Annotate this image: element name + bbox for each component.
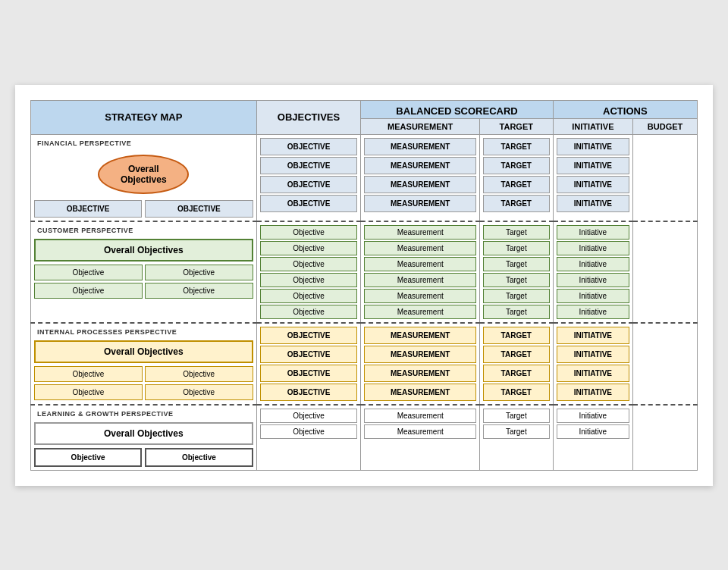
internal-obj-4: Objective — [145, 384, 253, 400]
internal-init-1: INITIATIVE — [557, 327, 629, 344]
learning-targ-2: Target — [483, 424, 550, 439]
customer-row-obj-6: Objective — [260, 305, 358, 319]
customer-init-5: Initiative — [557, 289, 629, 303]
financial-meas-4: MEASUREMENT — [364, 195, 475, 212]
customer-targ-2: Target — [483, 241, 550, 255]
internal-targ-4: TARGET — [483, 384, 550, 401]
learning-meas-2: Measurement — [364, 424, 475, 439]
sub-header-measurement: MEASUREMENT — [361, 118, 479, 134]
financial-targ-2: TARGET — [483, 157, 550, 174]
customer-meas-4: Measurement — [364, 273, 475, 287]
learning-obj-2: Objective — [145, 448, 253, 467]
customer-targ-4: Target — [483, 273, 550, 287]
customer-targ-3: Target — [483, 257, 550, 271]
customer-targ-5: Target — [483, 289, 550, 303]
internal-obj-1: Objective — [34, 366, 143, 382]
financial-measurement-col: MEASUREMENT MEASUREMENT MEASUREMENT MEAS… — [361, 134, 479, 221]
learning-init-1: Initiative — [557, 409, 629, 423]
financial-init-1: INITIATIVE — [557, 138, 629, 155]
financial-obj-1: OBJECTIVE — [34, 200, 142, 218]
internal-obj-grid: Objective Objective Objective Objective — [34, 366, 253, 400]
financial-objectives-col: OBJECTIVE OBJECTIVE OBJECTIVE OBJECTIVE — [256, 134, 361, 221]
customer-obj-3: Objective — [34, 283, 143, 299]
customer-objectives-col: Objective Objective Objective Objective … — [256, 221, 361, 323]
customer-targ-1: Target — [483, 225, 550, 240]
internal-row-obj-4: OBJECTIVE — [260, 384, 358, 401]
customer-targ-6: Target — [483, 305, 550, 319]
financial-perspective-label: FINANCIAL PERSPECTIVE — [34, 138, 253, 149]
customer-obj-1: Objective — [34, 265, 143, 280]
financial-row-obj-4: OBJECTIVE — [260, 195, 358, 212]
learning-obj-row: Objective Objective — [34, 448, 253, 467]
internal-objectives-col: OBJECTIVE OBJECTIVE OBJECTIVE OBJECTIVE — [256, 323, 361, 405]
learning-target-col: Target Target — [479, 405, 553, 471]
financial-strategy-cell: FINANCIAL PERSPECTIVE Overall Objectives… — [31, 134, 257, 221]
internal-targ-2: TARGET — [483, 346, 550, 363]
customer-obj-4: Objective — [145, 283, 253, 299]
internal-row-obj-2: OBJECTIVE — [260, 346, 358, 363]
internal-overall-box: Overall Objectives — [34, 340, 253, 363]
internal-init-2: INITIATIVE — [557, 346, 629, 363]
customer-target-col: Target Target Target Target Target Targe… — [479, 221, 553, 323]
learning-initiative-col: Initiative Initiative — [553, 405, 632, 471]
customer-obj-grid: Objective Objective Objective Objective — [34, 265, 253, 299]
financial-row-obj-2: OBJECTIVE — [260, 157, 358, 174]
customer-strategy-cell: CUSTOMER PERSPECTIVE Overall Objectives … — [31, 221, 257, 323]
customer-row-obj-5: Objective — [260, 289, 358, 303]
internal-perspective-label: INTERNAL PROCESSES PERSPECTIVE — [34, 327, 253, 337]
learning-budget-col — [633, 405, 698, 471]
learning-measurement-col: Measurement Measurement — [361, 405, 479, 471]
financial-targ-4: TARGET — [483, 195, 550, 212]
learning-row-obj-2: Objective — [260, 424, 358, 439]
financial-initiative-col: INITIATIVE INITIATIVE INITIATIVE INITIAT… — [553, 134, 632, 221]
internal-measurement-col: MEASUREMENT MEASUREMENT MEASUREMENT MEAS… — [361, 323, 479, 405]
financial-init-3: INITIATIVE — [557, 176, 629, 193]
customer-initiative-col: Initiative Initiative Initiative Initiat… — [553, 221, 632, 323]
customer-init-6: Initiative — [557, 305, 629, 319]
internal-strategy-cell: INTERNAL PROCESSES PERSPECTIVE Overall O… — [31, 323, 257, 405]
financial-init-2: INITIATIVE — [557, 157, 629, 174]
financial-target-col: TARGET TARGET TARGET TARGET — [479, 134, 553, 221]
financial-budget-col — [633, 134, 698, 221]
internal-obj-2: Objective — [145, 366, 253, 382]
customer-init-1: Initiative — [557, 225, 629, 240]
customer-meas-1: Measurement — [364, 225, 475, 240]
learning-objectives-col: Objective Objective — [256, 405, 361, 471]
sub-header-target: TARGET — [479, 118, 553, 134]
internal-initiative-col: INITIATIVE INITIATIVE INITIATIVE INITIAT… — [553, 323, 632, 405]
internal-target-col: TARGET TARGET TARGET TARGET — [479, 323, 553, 405]
customer-measurement-col: Measurement Measurement Measurement Meas… — [361, 221, 479, 323]
sub-header-budget: BUDGET — [633, 118, 698, 134]
internal-meas-3: MEASUREMENT — [364, 365, 475, 382]
customer-init-3: Initiative — [557, 257, 629, 271]
learning-strategy-cell: LEARNING & GROWTH PERSPECTIVE Overall Ob… — [31, 405, 257, 471]
financial-init-4: INITIATIVE — [557, 195, 629, 212]
financial-meas-3: MEASUREMENT — [364, 176, 475, 193]
financial-meas-1: MEASUREMENT — [364, 138, 475, 155]
header-objectives: OBJECTIVES — [256, 100, 361, 134]
learning-overall-box: Overall Objectives — [34, 422, 253, 445]
internal-meas-2: MEASUREMENT — [364, 346, 475, 363]
customer-meas-6: Measurement — [364, 305, 475, 319]
internal-init-3: INITIATIVE — [557, 365, 629, 382]
customer-obj-2: Objective — [145, 265, 253, 280]
main-table: STRATEGY MAP OBJECTIVES BALANCED SCORECA… — [30, 100, 698, 471]
customer-init-2: Initiative — [557, 241, 629, 255]
financial-row-obj-3: OBJECTIVE — [260, 176, 358, 193]
financial-obj-2: OBJECTIVE — [145, 200, 253, 218]
customer-init-4: Initiative — [557, 273, 629, 287]
learning-meas-1: Measurement — [364, 409, 475, 423]
internal-row-obj-3: OBJECTIVE — [260, 365, 358, 382]
customer-row-obj-2: Objective — [260, 241, 358, 255]
customer-budget-col — [633, 221, 698, 323]
customer-meas-3: Measurement — [364, 257, 475, 271]
learning-init-2: Initiative — [557, 424, 629, 439]
internal-budget-col — [633, 323, 698, 405]
learning-targ-1: Target — [483, 409, 550, 423]
customer-row-obj-3: Objective — [260, 257, 358, 271]
financial-targ-3: TARGET — [483, 176, 550, 193]
header-strategy-map: STRATEGY MAP — [31, 100, 257, 134]
page-container: STRATEGY MAP OBJECTIVES BALANCED SCORECA… — [15, 85, 713, 486]
internal-row-obj-1: OBJECTIVE — [260, 327, 358, 344]
internal-init-4: INITIATIVE — [557, 384, 629, 401]
